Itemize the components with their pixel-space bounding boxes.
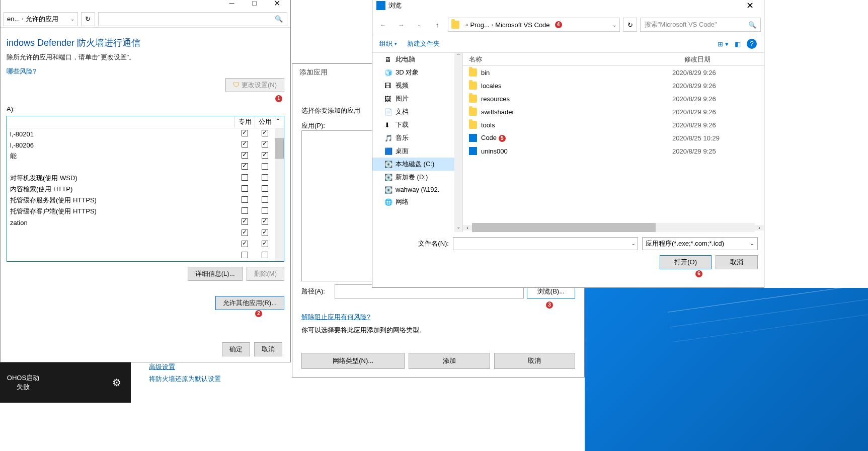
table-row[interactable]: 托管缓存客户端(使用 HTTPS): [7, 206, 284, 217]
ok-button[interactable]: 确定: [222, 342, 250, 356]
refresh-button[interactable]: ↻: [81, 12, 95, 26]
chevron-down-icon[interactable]: ⌄: [612, 22, 616, 28]
file-row[interactable]: unins0002020/8/29 9:25: [463, 144, 764, 158]
public-checkbox[interactable]: [255, 218, 275, 227]
breadcrumb-segment[interactable]: 允许的应用: [26, 15, 58, 24]
table-row[interactable]: 托管缓存服务器(使用 HTTPS): [7, 195, 284, 206]
public-checkbox[interactable]: [255, 241, 275, 249]
th-private[interactable]: 专用: [234, 116, 255, 128]
vertical-scrollbar[interactable]: [275, 128, 284, 261]
unblock-risks-link[interactable]: 解除阻止应用有何风险?: [301, 313, 370, 322]
search-box[interactable]: 🔍: [98, 12, 287, 26]
file-row[interactable]: bin2020/8/29 9:26: [463, 66, 764, 79]
up-button[interactable]: ↑: [430, 18, 445, 31]
search-input[interactable]: 搜索"Microsoft VS Code" 🔍: [640, 18, 761, 32]
folder-tree[interactable]: 🖥此电脑🧊3D 对象🎞视频🖼图片📄文档⬇下载🎵音乐🟦桌面💽本地磁盘 (C:)💽新…: [372, 53, 463, 232]
private-checkbox[interactable]: [234, 241, 255, 249]
table-row[interactable]: 内容检索(使用 HTTP): [7, 184, 284, 195]
cancel-button[interactable]: 取消: [494, 353, 575, 369]
network-types-button[interactable]: 网络类型(N)...: [301, 353, 405, 369]
th-name[interactable]: [7, 116, 234, 128]
private-checkbox[interactable]: [234, 130, 255, 138]
tree-node[interactable]: 🌐网络: [372, 195, 462, 208]
details-button[interactable]: 详细信息(L)...: [188, 267, 243, 281]
address-bar[interactable]: « Prog... › Microsoft VS Code 4 ⌄: [448, 18, 620, 32]
scroll-thumb[interactable]: [472, 223, 656, 232]
tree-node[interactable]: 💽wahway (\\192.: [372, 184, 462, 195]
public-checkbox[interactable]: [255, 230, 275, 238]
tree-node[interactable]: 🎵音乐: [372, 131, 462, 144]
file-row[interactable]: resources2020/8/29 9:26: [463, 92, 764, 105]
private-checkbox[interactable]: [234, 207, 255, 215]
back-button[interactable]: ←: [375, 18, 390, 31]
recent-dropdown[interactable]: ⌄: [412, 18, 427, 31]
table-row[interactable]: l,-80206: [7, 139, 284, 151]
table-row[interactable]: [7, 250, 284, 261]
col-date[interactable]: 修改日期: [678, 53, 764, 65]
restore-defaults-link[interactable]: 将防火墙还原为默认设置: [149, 374, 221, 384]
scroll-down-arrow[interactable]: ⌄: [454, 224, 462, 232]
chevron-down-icon[interactable]: ⌄: [70, 16, 74, 22]
public-checkbox[interactable]: [255, 185, 275, 193]
table-row[interactable]: [7, 162, 284, 173]
private-checkbox[interactable]: [234, 252, 255, 260]
public-checkbox[interactable]: [255, 141, 275, 149]
minimize-button[interactable]: ─: [220, 0, 243, 10]
new-folder-button[interactable]: 新建文件夹: [407, 39, 440, 48]
private-checkbox[interactable]: [234, 152, 255, 160]
public-checkbox[interactable]: [255, 252, 275, 260]
breadcrumb-segment[interactable]: en...: [7, 15, 20, 23]
public-checkbox[interactable]: [255, 174, 275, 182]
change-settings-button[interactable]: 🛡更改设置(N): [225, 78, 284, 92]
forward-button[interactable]: →: [393, 18, 409, 31]
col-name[interactable]: 名称: [463, 53, 678, 65]
private-checkbox[interactable]: [234, 196, 255, 204]
tree-node[interactable]: 🎞视频: [372, 79, 462, 92]
table-row[interactable]: [7, 228, 284, 239]
open-button[interactable]: 打开(O): [660, 255, 712, 269]
allow-other-app-button[interactable]: 允许其他应用(R)...: [215, 296, 284, 310]
table-row[interactable]: 能: [7, 151, 284, 162]
file-row[interactable]: swiftshader2020/8/29 9:26: [463, 105, 764, 118]
table-row[interactable]: l,-80201: [7, 128, 284, 139]
public-checkbox[interactable]: [255, 152, 275, 160]
public-checkbox[interactable]: [255, 130, 275, 138]
public-checkbox[interactable]: [255, 163, 275, 171]
cancel-button[interactable]: 取消: [716, 255, 758, 269]
maximize-button[interactable]: □: [243, 0, 266, 10]
organize-menu[interactable]: 组织 ▾: [379, 39, 397, 48]
th-public[interactable]: 公用: [255, 116, 275, 128]
taskbar-item[interactable]: OHOS启动失败: [0, 371, 46, 394]
horizontal-scrollbar[interactable]: ‹ ›: [463, 223, 764, 232]
tree-node[interactable]: ⬇下载: [372, 118, 462, 131]
tree-node[interactable]: 📄文档: [372, 105, 462, 118]
filename-input[interactable]: ⌄: [453, 237, 638, 250]
tree-node[interactable]: 🖥此电脑: [372, 53, 462, 66]
filetype-dropdown[interactable]: 应用程序(*.exe;*.com;*.icd) ⌄: [642, 237, 758, 250]
scroll-up-arrow[interactable]: ⌃: [454, 53, 462, 61]
public-checkbox[interactable]: [255, 207, 275, 215]
cancel-button[interactable]: 取消: [254, 342, 282, 356]
private-checkbox[interactable]: [234, 141, 255, 149]
tree-node[interactable]: 🖼图片: [372, 92, 462, 105]
tree-node[interactable]: 🟦桌面: [372, 144, 462, 158]
table-row[interactable]: [7, 239, 284, 250]
file-row[interactable]: locales2020/8/29 9:26: [463, 79, 764, 92]
close-button[interactable]: ✕: [266, 0, 288, 10]
scroll-right-arrow[interactable]: ›: [755, 225, 764, 231]
refresh-button[interactable]: ↻: [623, 18, 637, 32]
breadcrumb[interactable]: en... › 允许的应用 ⌄: [4, 12, 78, 26]
file-row[interactable]: tools2020/8/29 9:26: [463, 118, 764, 131]
table-row[interactable]: 对等机发现(使用 WSD): [7, 173, 284, 184]
private-checkbox[interactable]: [234, 230, 255, 238]
public-checkbox[interactable]: [255, 196, 275, 204]
scroll-up-arrow[interactable]: ⌃: [275, 116, 284, 128]
tree-scrollbar[interactable]: ⌃ ⌄: [454, 53, 462, 232]
add-button[interactable]: 添加: [409, 353, 490, 369]
close-button[interactable]: ✕: [740, 0, 760, 11]
help-icon[interactable]: ?: [747, 39, 757, 49]
remove-button[interactable]: 删除(M): [247, 267, 285, 281]
crumb-segment[interactable]: Microsoft VS Code: [495, 21, 549, 29]
table-row[interactable]: zation: [7, 217, 284, 228]
tree-node[interactable]: 💽本地磁盘 (C:): [372, 158, 462, 171]
